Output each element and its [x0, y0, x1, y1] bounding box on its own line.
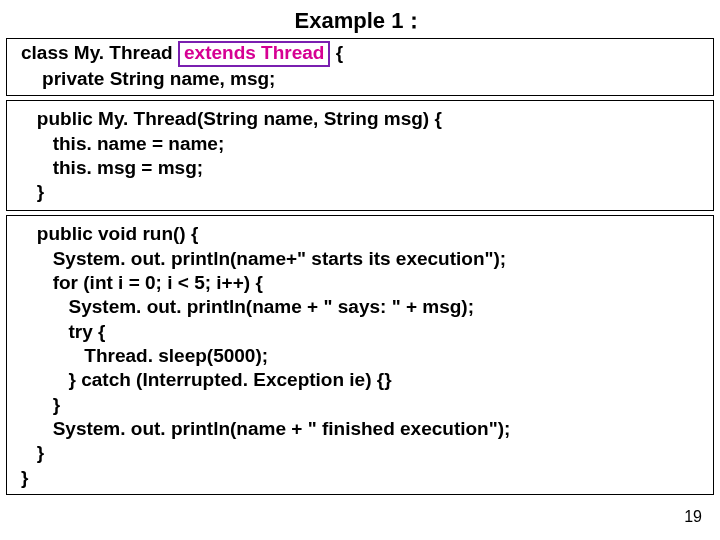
code-box-1: class My. Thread extends Thread { privat… [6, 38, 714, 96]
code-box-3: public void run() { System. out. println… [6, 215, 714, 494]
slide: Example 1： class My. Thread extends Thre… [0, 0, 720, 540]
code-line: } [7, 180, 713, 204]
code-line: } [7, 441, 713, 465]
code-box-2: public My. Thread(String name, String ms… [6, 100, 714, 211]
code-line: System. out. println(name + " says: " + … [7, 295, 713, 319]
code-line: this. name = name; [7, 132, 713, 156]
code-line: } [7, 393, 713, 417]
code-line: System. out. println(name + " finished e… [7, 417, 713, 441]
code-line: public My. Thread(String name, String ms… [7, 107, 713, 131]
extends-highlight-box: extends Thread [178, 41, 330, 67]
code-line: Thread. sleep(5000); [7, 344, 713, 368]
code-line: public void run() { [7, 222, 713, 246]
code-line: try { [7, 320, 713, 344]
slide-title: Example 1： [0, 0, 720, 38]
code-line: } catch (Interrupted. Exception ie) {} [7, 368, 713, 392]
code-text: class My. Thread [21, 42, 178, 63]
code-line: for (int i = 0; i < 5; i++) { [7, 271, 713, 295]
code-line: } [7, 466, 713, 490]
code-line-2: private String name, msg; [7, 67, 713, 91]
code-line-1: class My. Thread extends Thread { [7, 41, 713, 67]
page-number: 19 [684, 508, 702, 526]
code-line: this. msg = msg; [7, 156, 713, 180]
code-line: System. out. println(name+" starts its e… [7, 247, 713, 271]
extends-highlight-text: extends Thread [184, 42, 324, 63]
code-text: { [330, 42, 343, 63]
